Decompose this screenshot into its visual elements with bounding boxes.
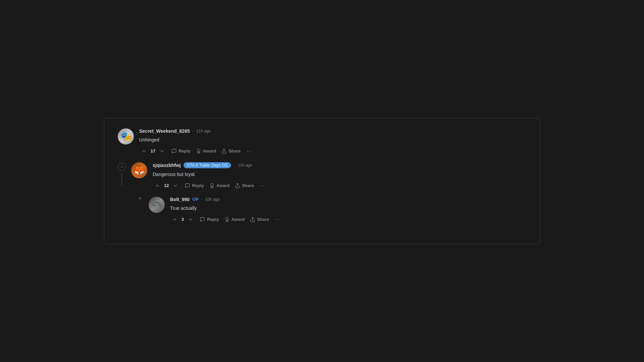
share-btn-r1[interactable]: Share <box>248 216 271 224</box>
share-btn-2[interactable]: Share <box>233 182 256 190</box>
comments-container: Secret_Weekend_8265 · 11h ago Unhinged 1… <box>104 118 540 244</box>
downvote-icon-1 <box>159 148 165 154</box>
vote-group-1: 17 <box>139 147 167 155</box>
vote-group-r1: 3 <box>170 216 195 224</box>
actions-2: 12 Reply Award <box>153 181 526 190</box>
dot-separator-1: · <box>193 129 194 133</box>
downvote-btn-1[interactable] <box>157 147 167 155</box>
timestamp-r1: 10h ago <box>205 197 220 202</box>
award-btn-r1[interactable]: Award <box>222 216 247 224</box>
collapse-col-2: − <box>118 162 126 186</box>
reply-text-1: True actually <box>170 205 526 212</box>
reply-line-col <box>137 197 143 199</box>
comment-2: sjqiaozbhfwj GTA 6 Trailer Days OG · 11h… <box>131 162 526 190</box>
award-label-1: Award <box>203 148 216 154</box>
dot-separator-2: · <box>234 163 235 168</box>
timestamp-2: 11h ago <box>238 163 252 168</box>
reply-btn-2[interactable]: Reply <box>183 182 206 190</box>
avatar-secret-weekend <box>118 128 134 144</box>
award-icon-1 <box>196 148 201 154</box>
thread-line-2 <box>121 173 122 186</box>
flair-sjqiao: GTA 6 Trailer Days OG <box>183 162 231 168</box>
reply-btn-r1[interactable]: Reply <box>198 216 221 224</box>
downvote-icon-r1 <box>188 217 193 222</box>
comment-1-content: Secret_Weekend_8265 · 11h ago Unhinged 1… <box>139 128 526 156</box>
avatar-sjqiao <box>131 162 147 178</box>
op-badge-bolt: OP <box>192 197 199 202</box>
dot-separator-r1: · <box>201 197 202 202</box>
award-icon-r1 <box>224 217 230 222</box>
share-label-2: Share <box>242 183 254 188</box>
downvote-btn-r1[interactable] <box>186 216 195 224</box>
actions-1: 17 Reply Award Share ··· <box>139 147 526 156</box>
comment-text-1: Unhinged <box>139 136 526 143</box>
reply-icon-2 <box>185 183 190 188</box>
reply-1-header: Bolt_990 OP · 10h ago <box>170 197 526 202</box>
comment-text-2: Dangerous but loyal. <box>153 171 526 178</box>
reply-label-1: Reply <box>178 148 190 154</box>
upvote-btn-r1[interactable] <box>170 216 179 224</box>
collapse-btn-2[interactable]: − <box>118 163 126 171</box>
timestamp-1: 11h ago <box>196 129 211 133</box>
actions-r1: 3 Reply <box>170 215 526 224</box>
avatar-bolt <box>149 197 165 213</box>
comment-2-content: sjqiaozbhfwj GTA 6 Trailer Days OG · 11h… <box>153 162 526 190</box>
share-label-1: Share <box>228 148 240 154</box>
comment-1-header: Secret_Weekend_8265 · 11h ago <box>139 128 526 134</box>
comment-2-wrapper: − sjqiaozbhfwj GTA 6 Trailer Days OG · 1… <box>118 162 526 231</box>
award-btn-2[interactable]: Award <box>207 182 232 190</box>
reply-1-content: Bolt_990 OP · 10h ago True actually <box>170 197 526 224</box>
downvote-icon-2 <box>173 183 178 188</box>
more-btn-2[interactable]: ··· <box>258 181 267 190</box>
comment-2-header: sjqiaozbhfwj GTA 6 Trailer Days OG · 11h… <box>153 162 526 168</box>
award-icon-2 <box>209 183 215 188</box>
share-icon-1 <box>221 148 227 154</box>
vote-count-1: 17 <box>151 148 155 154</box>
more-btn-r1[interactable]: ··· <box>272 215 282 224</box>
upvote-btn-2[interactable] <box>153 182 162 190</box>
vote-group-2: 12 <box>153 182 180 190</box>
reply-icon-1 <box>171 148 177 154</box>
upvote-icon-2 <box>155 183 160 188</box>
reply-1: Bolt_990 OP · 10h ago True actually <box>149 197 526 224</box>
upvote-icon-r1 <box>172 217 177 222</box>
reply-btn-1[interactable]: Reply <box>169 147 192 155</box>
reply-label-2: Reply <box>192 183 204 188</box>
downvote-btn-2[interactable] <box>171 182 180 190</box>
username-bolt: Bolt_990 <box>170 197 190 202</box>
share-label-r1: Share <box>257 217 269 222</box>
award-label-r1: Award <box>231 217 245 222</box>
reply-1-content-wrapper: Bolt_990 OP · 10h ago True actually <box>149 197 526 231</box>
share-btn-1[interactable]: Share <box>219 147 243 155</box>
comment-2-content-wrapper: sjqiaozbhfwj GTA 6 Trailer Days OG · 11h… <box>131 162 526 231</box>
upvote-icon-1 <box>141 148 147 154</box>
vote-count-r1: 3 <box>181 217 184 222</box>
reply-label-r1: Reply <box>207 217 219 222</box>
share-icon-r1 <box>250 217 255 222</box>
upvote-btn-1[interactable] <box>139 147 149 155</box>
username-secret-weekend: Secret_Weekend_8265 <box>139 128 190 134</box>
award-btn-1[interactable]: Award <box>194 147 218 155</box>
award-label-2: Award <box>216 183 230 188</box>
reply-icon-r1 <box>200 217 205 222</box>
comment-1: Secret_Weekend_8265 · 11h ago Unhinged 1… <box>118 128 526 156</box>
reply-1-wrapper: Bolt_990 OP · 10h ago True actually <box>137 197 526 231</box>
vote-count-2: 12 <box>164 183 169 188</box>
more-btn-1[interactable]: ··· <box>244 147 254 156</box>
share-icon-2 <box>235 183 240 188</box>
thread-dot <box>139 197 141 199</box>
username-sjqiao: sjqiaozbhfwj <box>153 163 181 168</box>
